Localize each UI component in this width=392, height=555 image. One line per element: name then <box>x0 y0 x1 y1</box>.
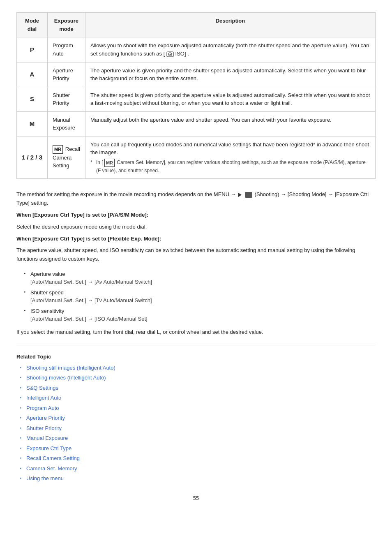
menu-arrow-icon <box>238 193 242 197</box>
table-row: M ManualExposure Manually adjust both th… <box>17 111 376 136</box>
list-item: Aperture Priority <box>20 414 376 422</box>
related-topic-section: Related Topic Shooting still images (Int… <box>16 354 376 483</box>
intro-text: The method for setting the exposure in t… <box>16 190 376 208</box>
exposure-mode-m: ManualExposure <box>48 111 85 136</box>
bullet-iso: ISO sensitivity [Auto/Manual Swt. Set.] … <box>25 307 376 323</box>
list-item: Using the menu <box>20 474 376 483</box>
description-a: The aperture value is given priority and… <box>85 62 375 87</box>
mode-dial-s: S <box>17 87 48 111</box>
bullet-aperture: Aperture value [Auto/Manual Swt. Set.] →… <box>25 270 376 286</box>
link-sq-settings[interactable]: S&Q Settings <box>26 385 58 391</box>
section2-text: The aperture value, shutter speed, and I… <box>16 246 376 264</box>
link-using-menu[interactable]: Using the menu <box>26 475 64 481</box>
section2-title: When [Exposure Ctrl Type] is set to [Fle… <box>16 235 376 243</box>
link-shooting-movies[interactable]: Shooting movies (Intelligent Auto) <box>26 375 106 381</box>
link-exposure-ctrl-type[interactable]: Exposure Ctrl Type <box>26 445 71 451</box>
list-item: Intelligent Auto <box>20 394 376 402</box>
section1-title: When [Exposure Ctrl Type] is set to [P/A… <box>16 211 376 220</box>
list-item: Manual Exposure <box>20 434 376 442</box>
list-item: Shooting still images (Intelligent Auto) <box>20 364 376 372</box>
mr-badge-inline: MR <box>104 159 115 167</box>
link-shutter-priority[interactable]: Shutter Priority <box>26 425 62 431</box>
list-item: Camera Set. Memory <box>20 465 376 473</box>
bullet-shutter-sub: [Auto/Manual Swt. Set.] → [Tv Auto/Manua… <box>30 297 152 303</box>
mode-dial-p: P <box>17 37 48 62</box>
list-item: Shutter Priority <box>20 424 376 432</box>
list-item: Shooting movies (Intelligent Auto) <box>20 374 376 382</box>
col-header-exposure: Exposuremode <box>48 13 85 37</box>
bullet-iso-sub: [Auto/Manual Swt. Set.] → [ISO Auto/Manu… <box>30 316 148 322</box>
exposure-table: Modedial Exposuremode Description P Prog… <box>16 12 376 179</box>
col-header-description: Description <box>85 13 375 37</box>
section-divider <box>16 345 376 345</box>
exposure-mode-s: ShutterPriority <box>48 87 85 111</box>
link-aperture-priority[interactable]: Aperture Priority <box>26 415 65 421</box>
table-row: P ProgramAuto Allows you to shoot with t… <box>17 37 376 62</box>
mode-dial-m: M <box>17 111 48 136</box>
mode-dial-123: 1 / 2 / 3 <box>17 136 48 179</box>
link-camera-set-memory[interactable]: Camera Set. Memory <box>26 465 77 472</box>
link-manual-exposure[interactable]: Manual Exposure <box>26 435 68 441</box>
mr-bullet-list: In [ MR Camera Set. Memory], you can reg… <box>90 159 370 175</box>
list-item: Recall Camera Setting <box>20 454 376 462</box>
description-m: Manually adjust both the aperture value … <box>85 111 375 136</box>
link-program-auto[interactable]: Program Auto <box>26 405 59 411</box>
manual-note: If you select the manual setting, turn t… <box>16 328 376 337</box>
flexible-exp-bullet-list: Aperture value [Auto/Manual Swt. Set.] →… <box>25 270 376 323</box>
table-row: S ShutterPriority The shutter speed is g… <box>17 87 376 111</box>
list-item: S&Q Settings <box>20 384 376 392</box>
exposure-mode-a: AperturePriority <box>48 62 85 87</box>
related-links-list: Shooting still images (Intelligent Auto)… <box>20 364 376 483</box>
col-header-mode: Modedial <box>17 13 48 37</box>
body-section: The method for setting the exposure in t… <box>16 190 376 264</box>
iso-camera-icon <box>166 50 174 58</box>
link-intelligent-auto[interactable]: Intelligent Auto <box>26 395 61 401</box>
link-recall-camera[interactable]: Recall Camera Setting <box>26 455 80 461</box>
page-number: 55 <box>16 495 376 501</box>
description-s: The shutter speed is given priority and … <box>85 87 375 111</box>
list-item: Program Auto <box>20 404 376 412</box>
mode-dial-a: A <box>17 62 48 87</box>
bullet-shutter: Shutter speed [Auto/Manual Swt. Set.] → … <box>25 289 376 305</box>
svg-point-2 <box>169 53 171 55</box>
list-item: Exposure Ctrl Type <box>20 444 376 453</box>
table-row: A AperturePriority The aperture value is… <box>17 62 376 87</box>
description-123: You can call up frequently used modes an… <box>85 136 375 179</box>
shooting-icon <box>245 192 252 198</box>
description-p: Allows you to shoot with the exposure ad… <box>85 37 375 62</box>
exposure-mode-123: MR RecallCameraSetting <box>48 136 85 179</box>
section1-text: Select the desired exposure mode using t… <box>16 223 376 231</box>
exposure-mode-p: ProgramAuto <box>48 37 85 62</box>
bullet-aperture-sub: [Auto/Manual Swt. Set.] → [Av Auto/Manua… <box>30 279 152 285</box>
link-shooting-still[interactable]: Shooting still images (Intelligent Auto) <box>26 365 115 371</box>
related-topic-title: Related Topic <box>16 354 376 360</box>
mr-badge: MR <box>53 145 63 154</box>
mr-bullet-item: In [ MR Camera Set. Memory], you can reg… <box>90 159 370 175</box>
table-row: 1 / 2 / 3 MR RecallCameraSetting You can… <box>17 136 376 179</box>
